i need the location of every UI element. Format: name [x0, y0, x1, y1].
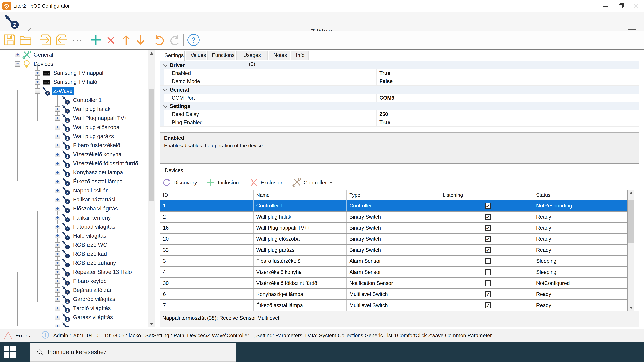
tree-item[interactable]: + Z RGB izzó zuhany	[7, 258, 148, 268]
tree-expander[interactable]	[55, 97, 60, 103]
property-section-row[interactable]: Driver	[160, 61, 639, 69]
tree-item-label[interactable]: General	[32, 51, 55, 58]
more-options-icon[interactable]: ⋯	[70, 33, 84, 46]
tree-item-label[interactable]: Controller 1	[72, 96, 104, 104]
tree-item-label[interactable]: Wall plug garázs	[72, 133, 116, 140]
add-icon[interactable]	[89, 33, 103, 46]
tree-expander[interactable]: +	[55, 161, 60, 166]
tree-item-label[interactable]: Wall Plug nappali TV++	[72, 114, 132, 122]
tree-expander[interactable]: +	[55, 106, 60, 112]
property-section-row[interactable]: General	[160, 86, 639, 94]
tree-item-label[interactable]: Bejárati ajtó zár	[72, 286, 113, 294]
tree-item[interactable]: + Z Étkező asztal lámpa	[7, 177, 148, 186]
tree-item[interactable]: + Z Gardrób világítás	[7, 295, 148, 304]
open-folder-icon[interactable]	[19, 33, 32, 46]
tree-expander[interactable]: +	[55, 197, 60, 202]
listening-checkbox[interactable]	[485, 280, 491, 286]
tree-item-label[interactable]: Konyhasziget lámpa	[72, 169, 124, 176]
tree-item[interactable]: + Z Vízérzékelő konyha	[7, 150, 148, 159]
tree-expander[interactable]: +	[55, 251, 60, 257]
tree-item-label[interactable]: Samsung TV nappali	[52, 69, 106, 77]
tree-item-label[interactable]: Wall plug halak	[72, 105, 112, 113]
tree-item-label[interactable]: Futópad világítás	[72, 223, 117, 230]
tree-item[interactable]: + Z Fibaro füstérzékelő	[7, 141, 148, 150]
tab-functions[interactable]: Functions	[207, 51, 236, 60]
minimize-button[interactable]	[598, 0, 613, 12]
tree-item[interactable]: + Z Előszoba világítás	[7, 204, 148, 213]
tree-expander[interactable]: +	[55, 260, 60, 266]
tree-item-label[interactable]: Vízérzékelő konyha	[72, 151, 123, 158]
tree-item[interactable]: + Z RGB izzó WC	[7, 240, 148, 249]
tree-scrollbar-thumb[interactable]	[149, 89, 154, 201]
column-header-id[interactable]: ID	[160, 190, 253, 200]
tree-expander[interactable]: +	[55, 143, 60, 148]
tree-item[interactable]: + Z	[7, 322, 148, 327]
tree-item[interactable]: Z Controller 1	[7, 95, 148, 105]
table-row[interactable]: 6 Konyhasziget lámpa Multilevel Switch ✓…	[160, 289, 628, 300]
tree-item-label[interactable]: Wall plug előszoba	[72, 123, 121, 131]
tree-item[interactable]: + Z Wall Plug nappali T	[7, 114, 148, 123]
controller-menu-button[interactable]: Controller	[292, 177, 332, 188]
tree-expander[interactable]: +	[55, 306, 60, 311]
tree-expander[interactable]: +	[55, 233, 60, 239]
property-row[interactable]: Ping Enabled True	[160, 118, 639, 127]
tree-item[interactable]: + Z Háló világítás	[7, 231, 148, 240]
tree-item[interactable]: + Z Falikar kémény	[7, 213, 148, 222]
property-row[interactable]: Enabled True	[160, 69, 639, 77]
property-value[interactable]: 250	[376, 110, 639, 118]
property-row[interactable]: Demo Mode False	[160, 77, 639, 86]
tree-expander[interactable]: +	[15, 52, 20, 57]
save-icon[interactable]	[3, 33, 16, 46]
tree-item-label[interactable]: Fibaro keyfob	[72, 277, 108, 285]
tree-expander[interactable]: +	[55, 206, 60, 211]
tree-item-label[interactable]: Devices	[32, 60, 55, 67]
table-row[interactable]: 20 Wall plug előszoba Binary Switch ✓ Re…	[160, 233, 628, 244]
tree-expander[interactable]: +	[55, 152, 60, 157]
tree-expander[interactable]: +	[55, 134, 60, 139]
tree-expander[interactable]: +	[55, 278, 60, 284]
table-scrollbar-thumb[interactable]	[628, 200, 634, 243]
import-icon[interactable]	[55, 33, 68, 46]
tree-expander[interactable]: +	[55, 242, 60, 248]
tree-item-label[interactable]	[72, 326, 75, 327]
tree-item[interactable]: + Z Samsung TV nappali	[7, 68, 148, 77]
column-header-type[interactable]: Type	[346, 190, 440, 200]
property-value[interactable]: False	[376, 77, 639, 85]
tree-item-label[interactable]: Z-Wave	[52, 87, 74, 95]
tree-item[interactable]: + Z Vízérzékelő földszi	[7, 159, 148, 168]
table-row[interactable]: 1 Controller 1 Controller ✓ NotRespondin…	[160, 200, 628, 211]
tree-item[interactable]: + Z RGB izzó kád	[7, 249, 148, 258]
devices-tab[interactable]: Devices	[160, 166, 188, 175]
taskbar-search[interactable]	[30, 343, 236, 362]
table-row[interactable]: 4 Vízérzékelő konyha Alarm Sensor Sleepi…	[160, 266, 628, 277]
tree-item[interactable]: + Z Samsung TV háló	[7, 77, 148, 86]
tree-item[interactable]: + Z Tároló világítás	[7, 304, 148, 313]
tree-expander[interactable]: +	[55, 224, 60, 229]
tree-item-label[interactable]: Garász világítás	[72, 314, 114, 321]
tree-expander[interactable]: +	[55, 297, 60, 302]
tree-item-label[interactable]: Nappali csillár	[72, 187, 109, 194]
undo-icon[interactable]	[153, 33, 166, 46]
tree-item-label[interactable]: Étkező asztal lámpa	[72, 178, 124, 185]
tree-expander[interactable]: +	[55, 315, 60, 320]
column-header-listening[interactable]: Listening	[440, 190, 533, 200]
listening-checkbox[interactable]: ✓	[485, 203, 491, 209]
tree-item[interactable]: + Z Wall plug halak	[7, 105, 148, 114]
inclusion-button[interactable]: Inclusion	[206, 177, 239, 188]
close-button[interactable]	[628, 0, 644, 12]
listening-checkbox[interactable]: ✓	[485, 225, 491, 231]
tree-item[interactable]: + Z Bejárati ajtó zár	[7, 286, 148, 295]
table-row[interactable]: 3 Fibaro füstérzékelő Alarm Sensor Sleep…	[160, 255, 628, 266]
tree-item-label[interactable]: Háló világítás	[72, 232, 108, 240]
tree-expander[interactable]: −	[35, 88, 40, 94]
discovery-button[interactable]: Discovery	[162, 177, 197, 188]
tree-expander[interactable]: +	[55, 269, 60, 275]
table-row[interactable]: 30 Vízérzékelő földszint fürdő Notificat…	[160, 277, 628, 289]
tree-expander[interactable]: +	[55, 115, 60, 121]
restore-button[interactable]	[613, 0, 628, 12]
scroll-up-arrow-icon[interactable]	[629, 192, 633, 194]
table-row[interactable]: 16 Wall Plug nappali TV++ Binary Switch …	[160, 222, 628, 233]
tab-info[interactable]: Info	[291, 51, 308, 60]
help-icon[interactable]: ?	[187, 33, 200, 46]
tab-notes[interactable]: Notes	[269, 51, 290, 60]
